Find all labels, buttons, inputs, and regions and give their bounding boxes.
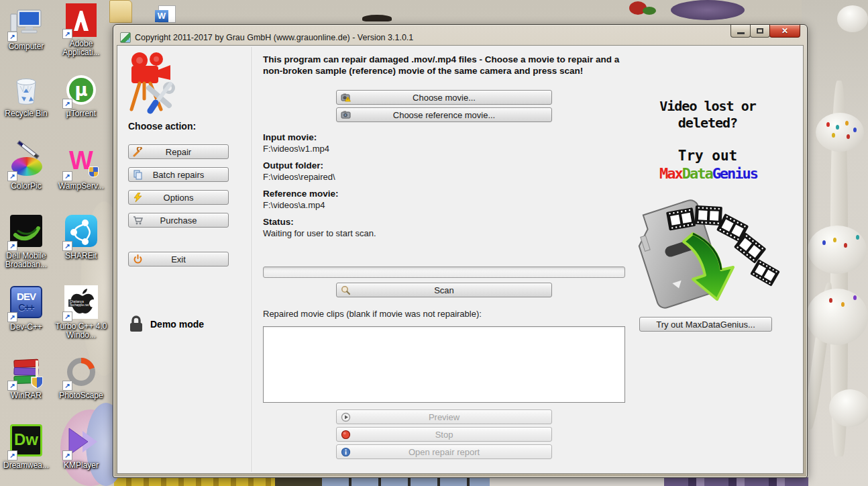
minimize-button[interactable] xyxy=(730,25,751,38)
stop-button[interactable]: Stop xyxy=(336,427,552,442)
choose-reference-movie-button[interactable]: Choose reference movie... xyxy=(336,107,552,122)
word-doc-icon[interactable]: W xyxy=(158,5,176,23)
input-movie-label: Input movie: xyxy=(263,132,317,142)
wallpaper-art xyxy=(808,226,867,274)
desktop-icon-devcpp[interactable]: DEV C++ ↗ Dev-C++ xyxy=(0,285,52,332)
brand-genius: Genius xyxy=(712,165,757,182)
desktop-icon-dell-mobile[interactable]: ↗ Dell Mobile Broadban... xyxy=(0,213,52,269)
purchase-button[interactable]: Purchase xyxy=(128,213,229,228)
wallpaper-art xyxy=(829,389,868,427)
reference-movie-label: Reference movie: xyxy=(263,189,339,199)
camera-icon xyxy=(341,110,351,120)
desktop-icon-kmplayer[interactable]: ↗ KMPlayer xyxy=(55,424,107,470)
desktop-icon-label: WinRAR xyxy=(0,391,52,400)
svg-text:Techapple.net: Techapple.net xyxy=(70,303,89,307)
shortcut-icon: ↗ xyxy=(7,312,17,322)
repaired-clips-list[interactable] xyxy=(263,326,625,403)
shortcut-icon: ↗ xyxy=(62,381,72,391)
exit-button[interactable]: Exit xyxy=(128,252,229,266)
app-window: Copyright 2011-2017 by Grau GmbH (www.gr… xyxy=(113,24,808,478)
desktop-icon-photoscape[interactable]: ↗ PhotoScape xyxy=(55,354,107,400)
try-maxdatagenius-button[interactable]: Try out MaxDataGenius... xyxy=(639,317,772,332)
shortcut-icon: ↗ xyxy=(7,171,17,181)
output-folder-value: F:\videos\repaired\ xyxy=(263,172,335,182)
minimize-icon xyxy=(737,32,745,34)
uac-shield-icon xyxy=(89,166,99,177)
shortcut-icon: ↗ xyxy=(62,311,72,322)
desktop-icon-turbocpp[interactable]: Chaitanya Techapple.net ↗ Turbo C++ 4.0 … xyxy=(55,285,107,340)
brand-data: Data xyxy=(682,165,712,182)
status-label: Status: xyxy=(263,217,294,227)
wallpaper-art xyxy=(816,113,864,152)
desktop-icon-winrar[interactable]: ↗ WinRAR xyxy=(0,354,52,400)
shortcut-icon: ↗ xyxy=(62,450,72,460)
desktop-icon-label: Recycle Bin xyxy=(0,109,52,118)
desktop-icon-computer[interactable]: ↗ Computer xyxy=(0,5,52,51)
desktop-icon-label: Adobe Applicati... xyxy=(55,40,107,57)
desktop-icon-wampserver[interactable]: W ↗ WampServ... xyxy=(55,144,107,191)
play-icon xyxy=(341,412,351,422)
app-icon xyxy=(120,32,131,43)
repaired-clips-label: Repaired movie clips (blank if movie was… xyxy=(263,309,482,319)
desktop-icon-adobe[interactable]: ↗ Adobe Applicati... xyxy=(55,3,107,57)
wallpaper-art xyxy=(806,289,868,345)
progress-bar xyxy=(263,266,625,278)
movie-camera-tools-logo xyxy=(126,50,178,115)
window-title: Copyright 2011-2017 by Grau GmbH (www.gr… xyxy=(135,33,413,42)
choose-movie-button[interactable]: Choose movie... xyxy=(336,90,552,105)
power-icon xyxy=(133,254,143,264)
desktop-icon-label: µTorrent xyxy=(55,109,107,118)
desktop-icon-colorpic[interactable]: ↗ ColorPic xyxy=(0,144,52,191)
status-value: Waiting for user to start scan. xyxy=(263,228,376,238)
desktop-icon-utorrent[interactable]: µ ↗ µTorrent xyxy=(55,72,107,118)
title-bar[interactable]: Copyright 2011-2017 by Grau GmbH (www.gr… xyxy=(113,25,807,45)
brand-max: Max xyxy=(659,165,682,182)
wallpaper-art xyxy=(362,15,392,21)
reference-movie-value: F:\videos\a.mp4 xyxy=(263,200,325,210)
desktop-icon-label: PhotoScape xyxy=(55,391,107,400)
promo-brand-name: MaxDataGenius xyxy=(611,165,806,182)
desktop-icon-recycle-bin[interactable]: ↗ Recycle Bin xyxy=(0,72,52,118)
window-controls: ✕ xyxy=(731,25,800,38)
shortcut-icon: ↗ xyxy=(62,241,72,251)
desktop-icon-shareit[interactable]: ↗ SHAREit xyxy=(55,213,107,260)
pages-icon xyxy=(133,170,143,180)
close-button[interactable]: ✕ xyxy=(769,25,800,38)
desktop-icon-label: Dell Mobile Broadban... xyxy=(0,252,52,269)
options-button[interactable]: Options xyxy=(128,190,229,205)
desktop-icon-label: KMPlayer xyxy=(55,461,107,470)
demo-mode-indicator: Demo mode xyxy=(129,315,204,333)
batch-repairs-button[interactable]: Batch repairs xyxy=(128,167,229,182)
promo-headline: Video lost or deleted? xyxy=(619,98,796,132)
desktop-icon-label: Dreamwea... xyxy=(0,461,52,470)
desktop-icon-label: Dev-C++ xyxy=(0,323,52,332)
cart-icon xyxy=(133,215,143,226)
shortcut-icon: ↗ xyxy=(62,29,72,39)
stop-icon xyxy=(341,430,351,440)
instructions-text: This program can repair damaged .mov/.mp… xyxy=(263,54,625,77)
preview-button[interactable]: Preview xyxy=(336,409,552,424)
shortcut-icon: ↗ xyxy=(7,32,17,42)
open-repair-report-button[interactable]: Open repair report xyxy=(336,444,552,459)
wallpaper-sprinkles xyxy=(826,122,830,127)
magnifier-icon xyxy=(341,285,351,295)
folder-icon[interactable] xyxy=(109,0,132,23)
wallpaper-art xyxy=(837,5,868,32)
maximize-button[interactable] xyxy=(750,25,770,38)
desktop-icon-dreamweaver[interactable]: Dw ↗ Dreamwea... xyxy=(0,423,52,470)
shortcut-icon: ↗ xyxy=(62,99,72,109)
wallpaper-art xyxy=(671,0,745,20)
demo-mode-label: Demo mode xyxy=(150,319,204,330)
repair-button[interactable]: Repair xyxy=(128,144,229,159)
desktop-icon-label: Turbo C++ 4.0 Windo... xyxy=(55,322,107,340)
shortcut-icon: ↗ xyxy=(7,450,17,460)
promo-try-out: Try out xyxy=(619,148,796,164)
maximize-icon xyxy=(757,28,763,34)
scan-button[interactable]: Scan xyxy=(336,283,552,297)
wallpaper-art xyxy=(664,477,808,486)
desktop-icon-label: SHAREit xyxy=(55,252,107,260)
output-folder-label: Output folder: xyxy=(263,160,323,171)
svg-text:µ: µ xyxy=(74,80,87,100)
desktop-icon-label: Computer xyxy=(0,42,52,51)
window-client-area: Choose action: Repair Batch repairs Opti… xyxy=(117,45,804,474)
